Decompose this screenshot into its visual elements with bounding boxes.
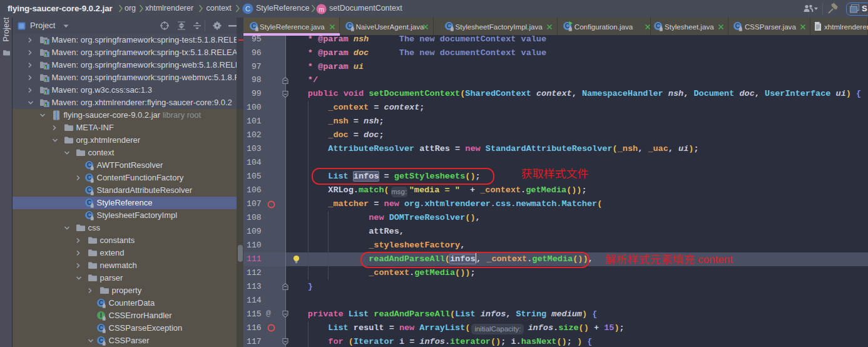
svg-text:m: m	[319, 6, 324, 13]
svg-text:C: C	[245, 5, 250, 13]
